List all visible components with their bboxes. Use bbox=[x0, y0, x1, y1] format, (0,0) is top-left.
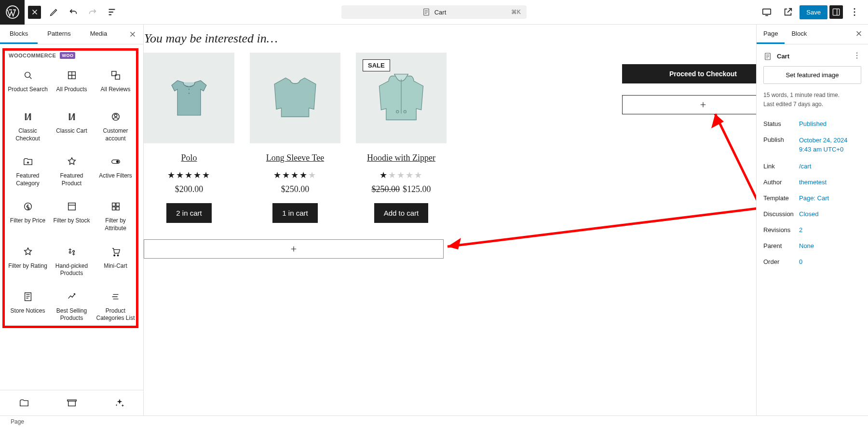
breadcrumb[interactable]: Page bbox=[11, 418, 24, 425]
publish-value[interactable]: October 24, 2024 9:43 am UTC+0 bbox=[799, 136, 861, 153]
tab-block[interactable]: Block bbox=[785, 25, 814, 44]
save-button[interactable]: Save bbox=[800, 5, 827, 19]
top-toolbar: Cart ⌘K Save bbox=[0, 0, 868, 25]
svg-rect-2 bbox=[763, 9, 771, 14]
close-editor-button[interactable] bbox=[28, 6, 41, 19]
parent-value[interactable]: None bbox=[799, 242, 861, 249]
block-label: Classic Checkout bbox=[8, 127, 48, 142]
revisions-value[interactable]: 2 bbox=[799, 226, 861, 234]
svg-point-27 bbox=[189, 89, 190, 90]
undo-button[interactable] bbox=[64, 2, 83, 22]
footer-archive-button[interactable] bbox=[48, 395, 95, 411]
set-featured-image-button[interactable]: Set featured image bbox=[763, 66, 861, 84]
footer-folder-button[interactable] bbox=[0, 395, 48, 411]
close-settings-button[interactable] bbox=[854, 29, 863, 40]
svg-point-4 bbox=[854, 8, 855, 10]
document-title-bar[interactable]: Cart ⌘K bbox=[341, 5, 527, 19]
discussion-value[interactable]: Closed bbox=[799, 210, 861, 218]
add-to-cart-button[interactable]: 2 in cart bbox=[166, 203, 211, 223]
svg-point-12 bbox=[114, 114, 117, 117]
wordpress-logo[interactable] bbox=[0, 0, 25, 25]
svg-point-28 bbox=[189, 93, 190, 94]
block-label: Featured Product bbox=[52, 172, 92, 187]
block-item[interactable]: All Reviews bbox=[94, 63, 137, 104]
close-inserter-button[interactable] bbox=[128, 29, 137, 39]
svg-point-5 bbox=[854, 12, 855, 13]
product-name[interactable]: Hoodie with Zipper bbox=[367, 153, 435, 163]
tab-patterns[interactable]: Patterns bbox=[38, 25, 80, 44]
block-label: Filter by Price bbox=[10, 217, 45, 225]
footer-ai-button[interactable] bbox=[95, 395, 143, 411]
svg-point-21 bbox=[69, 251, 71, 253]
block-item[interactable]: Customer account bbox=[94, 104, 137, 149]
order-value[interactable]: 0 bbox=[799, 258, 861, 265]
block-item[interactable]: Best Selling Products bbox=[50, 284, 94, 329]
editor-canvas[interactable]: You may be interested in… Polo ★★★★★ $20… bbox=[144, 25, 756, 415]
settings-panel: Page Block Cart Set featured image 15 wo… bbox=[756, 25, 868, 415]
page-icon bbox=[763, 52, 772, 61]
block-label: Active Filters bbox=[99, 172, 132, 180]
block-item[interactable]: Mini-Cart bbox=[94, 239, 137, 284]
block-icon bbox=[22, 156, 34, 167]
add-block-button-small[interactable] bbox=[622, 95, 756, 114]
template-value[interactable]: Page: Cart bbox=[799, 194, 861, 202]
document-overview-button[interactable] bbox=[102, 2, 122, 22]
block-item[interactable]: Product Categories List bbox=[94, 284, 137, 329]
block-item[interactable]: Active Filters bbox=[94, 149, 137, 194]
block-item[interactable]: All Products bbox=[50, 63, 94, 104]
block-item[interactable]: Store Notices bbox=[6, 284, 50, 329]
block-item[interactable]: Product Search bbox=[6, 63, 50, 104]
svg-rect-25 bbox=[25, 293, 31, 301]
block-inserter-panel: Blocks Patterns Media WOOCOMMERCE Woo Pr… bbox=[0, 25, 144, 415]
block-item[interactable]: Filter by Attribute bbox=[94, 194, 137, 239]
block-item[interactable]: Classic Checkout bbox=[6, 104, 50, 149]
product-rating: ★★★★★ bbox=[167, 170, 211, 180]
product-name[interactable]: Long Sleeve Tee bbox=[266, 153, 324, 163]
block-item[interactable]: Featured Category bbox=[6, 149, 50, 194]
link-value[interactable]: /cart bbox=[799, 163, 861, 170]
block-item[interactable]: Filter by Rating bbox=[6, 239, 50, 284]
block-label: All Reviews bbox=[100, 86, 130, 94]
svg-point-23 bbox=[113, 255, 115, 256]
proceed-to-checkout-button[interactable]: Proceed to Checkout bbox=[622, 64, 756, 83]
external-view-button[interactable] bbox=[778, 2, 798, 22]
block-item[interactable]: Filter by Price bbox=[6, 194, 50, 239]
page-actions-menu[interactable] bbox=[853, 51, 861, 61]
add-block-button-large[interactable] bbox=[144, 239, 444, 259]
svg-point-7 bbox=[25, 72, 30, 78]
author-value[interactable]: themetest bbox=[799, 179, 861, 186]
block-label: Product Categories List bbox=[95, 307, 136, 322]
edit-tool-button[interactable] bbox=[44, 2, 64, 22]
product-image[interactable]: SALE bbox=[356, 53, 447, 143]
block-label: Hand-picked Products bbox=[52, 262, 92, 277]
block-item[interactable]: Filter by Stock bbox=[50, 194, 94, 239]
product-image[interactable] bbox=[250, 53, 340, 143]
block-icon bbox=[66, 156, 78, 167]
block-icon bbox=[110, 156, 122, 167]
product-name[interactable]: Polo bbox=[181, 153, 197, 163]
block-icon bbox=[66, 246, 78, 258]
tab-page[interactable]: Page bbox=[757, 25, 785, 44]
product-image[interactable] bbox=[144, 53, 234, 143]
svg-rect-3 bbox=[833, 9, 839, 15]
block-icon bbox=[110, 69, 122, 81]
tab-blocks[interactable]: Blocks bbox=[0, 25, 38, 44]
cross-sell-heading: You may be interested in… bbox=[144, 29, 756, 53]
more-options-button[interactable] bbox=[845, 2, 864, 22]
view-button[interactable] bbox=[757, 2, 776, 22]
settings-panel-toggle[interactable] bbox=[829, 5, 843, 19]
block-label: Filter by Stock bbox=[53, 217, 90, 225]
block-item[interactable]: Classic Cart bbox=[50, 104, 94, 149]
block-icon bbox=[66, 111, 78, 123]
status-value[interactable]: Published bbox=[799, 120, 861, 127]
tab-media[interactable]: Media bbox=[81, 25, 117, 44]
add-to-cart-button[interactable]: Add to cart bbox=[374, 203, 429, 223]
block-icon bbox=[22, 69, 34, 81]
block-icon bbox=[66, 69, 78, 81]
block-icon bbox=[22, 201, 34, 212]
product-rating: ★★★★★ bbox=[273, 170, 317, 180]
block-item[interactable]: Hand-picked Products bbox=[50, 239, 94, 284]
block-item[interactable]: Featured Product bbox=[50, 149, 94, 194]
redo-button[interactable] bbox=[83, 2, 102, 22]
add-to-cart-button[interactable]: 1 in cart bbox=[272, 203, 317, 223]
